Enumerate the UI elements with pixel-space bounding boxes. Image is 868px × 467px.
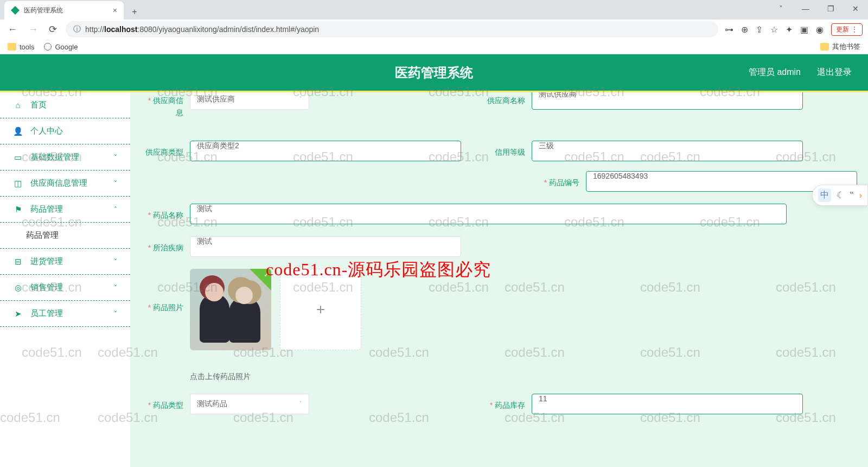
chevron-down-icon: ˅ <box>114 284 117 292</box>
supplier-info-label: 供应商信息 <box>141 92 190 119</box>
crop-icon: ◫ <box>13 179 23 188</box>
browser-tab[interactable]: 医药管理系统 × <box>4 1 124 20</box>
bookmark-other[interactable]: 其他书签 <box>820 42 860 52</box>
expand-icon[interactable]: › <box>859 191 862 200</box>
credit-label: 信用等级 <box>483 141 532 158</box>
stock-label: 药品库存 <box>483 394 532 411</box>
inbox-icon: ⊟ <box>13 257 23 267</box>
globe-icon <box>44 43 52 51</box>
quote-icon[interactable]: ‟ <box>850 190 854 200</box>
share-icon[interactable]: ⇪ <box>756 24 763 35</box>
sidepanel-icon[interactable]: ▣ <box>800 24 808 35</box>
chevron-down-icon: ˅ <box>114 258 117 266</box>
window-maximize-icon[interactable]: ❐ <box>818 0 843 17</box>
chevron-down-icon: ˅ <box>114 154 117 161</box>
credit-input[interactable]: 三级 <box>532 141 803 161</box>
window-minimize-icon[interactable]: — <box>793 0 818 17</box>
disease-input[interactable]: 测试 <box>190 236 461 257</box>
chrome-actions: ⊶ ⊕ ⇪ ☆ ✦ ▣ ◉ 更新 ⋮ <box>725 23 863 36</box>
chevron-down-icon: ˅ <box>299 96 302 103</box>
bookmark-bar: tools Google 其他书签 <box>0 39 868 54</box>
ime-toolbar[interactable]: 中 ☾ ‟ › <box>812 185 868 206</box>
flag-icon: ⚑ <box>13 205 23 214</box>
supplier-name-input[interactable]: 测试供应商 <box>532 92 803 110</box>
send-icon: ➤ <box>13 309 23 319</box>
user-icon: 👤 <box>13 127 23 136</box>
app-title: 医药管理系统 <box>395 64 473 81</box>
chevron-down-icon: ˅ <box>299 400 302 408</box>
reload-icon[interactable]: ⟳ <box>47 23 59 35</box>
name-label: 药品名称 <box>141 204 190 221</box>
address-bar: ← → ⟳ ⓘ http://localhost:8080/yiyaoguanl… <box>0 20 868 39</box>
supplier-info-select[interactable]: 测试供应商 ˅ <box>190 92 309 110</box>
monitor-icon: ▭ <box>13 153 23 162</box>
url-text: http://localhost:8080/yiyaoguanlixitong/… <box>85 25 319 34</box>
extensions-icon[interactable]: ✦ <box>786 24 793 35</box>
info-icon[interactable]: ⓘ <box>73 24 81 34</box>
update-button[interactable]: 更新 ⋮ <box>831 23 863 36</box>
home-icon: ⌂ <box>13 100 23 110</box>
disease-label: 所治疾病 <box>141 236 190 254</box>
browser-chrome: ˅ — ❐ ✕ 医药管理系统 × + ← → ⟳ ⓘ http://localh… <box>0 0 868 54</box>
type-select[interactable]: 测试药品 ˅ <box>190 394 309 414</box>
forward-icon: → <box>26 24 40 35</box>
tab-title: 医药管理系统 <box>24 6 63 15</box>
window-controls: ˅ — ❐ ✕ <box>768 0 868 17</box>
bookmark-icon[interactable]: ☆ <box>770 24 778 35</box>
tab-favicon-icon <box>11 6 20 15</box>
bookmark-tools[interactable]: tools <box>8 43 34 51</box>
bookmark-google[interactable]: Google <box>44 43 78 51</box>
sidebar-item-home[interactable]: ⌂首页 <box>0 92 130 118</box>
new-tab-button[interactable]: + <box>127 4 142 20</box>
chevron-down-icon: ˅ <box>114 310 117 318</box>
folder-icon <box>820 43 829 51</box>
sidebar: ⌂首页 👤个人中心 ▭基础数据管理˅ ◫供应商信息管理˅ ⚑药品管理˄ 药品管理… <box>0 92 130 467</box>
profile-icon[interactable]: ◉ <box>816 24 824 35</box>
photo-label: 药品照片 <box>141 269 190 313</box>
key-icon[interactable]: ⊶ <box>725 24 733 35</box>
back-icon[interactable]: ← <box>5 24 20 35</box>
name-input[interactable]: 测试 <box>190 204 787 224</box>
sidebar-item-purchase[interactable]: ⊟进货管理˅ <box>0 249 130 275</box>
sidebar-item-sales[interactable]: ◎销售管理˅ <box>0 275 130 301</box>
sidebar-item-staff[interactable]: ➤员工管理˅ <box>0 301 130 327</box>
header-right: 管理员 admin 退出登录 <box>749 67 852 78</box>
tab-bar: 医药管理系统 × + <box>0 0 868 20</box>
target-icon: ◎ <box>13 283 23 293</box>
logout-button[interactable]: 退出登录 <box>817 67 852 78</box>
supplier-name-label: 供应商名称 <box>483 92 532 106</box>
chevron-down-icon: ˅ <box>114 180 117 187</box>
tab-close-icon[interactable]: × <box>113 6 117 15</box>
type-label: 药品类型 <box>141 394 190 411</box>
moon-icon[interactable]: ☾ <box>837 190 844 200</box>
chevron-up-icon: ˄ <box>114 206 117 213</box>
translate-icon[interactable]: ⊕ <box>741 24 748 35</box>
photo-thumbnail[interactable] <box>190 269 271 350</box>
window-close-icon[interactable]: ✕ <box>843 0 868 17</box>
sidebar-item-profile[interactable]: 👤个人中心 <box>0 118 130 144</box>
app-header: 医药管理系统 管理员 admin 退出登录 <box>0 54 868 92</box>
red-banner: code51.cn-源码乐园盗图必究 <box>266 258 491 282</box>
supplier-type-label: 供应商类型 <box>141 141 190 158</box>
folder-icon <box>8 43 16 51</box>
url-input[interactable]: ⓘ http://localhost:8080/yiyaoguanlixiton… <box>66 21 718 37</box>
form-main: 供应商信息 测试供应商 ˅ 供应商名称 测试供应商 供应商类型 供应商类型2 信… <box>130 92 868 467</box>
user-label[interactable]: 管理员 admin <box>749 67 801 78</box>
sidebar-item-supplier[interactable]: ◫供应商信息管理˅ <box>0 171 130 197</box>
supplier-type-input[interactable]: 供应商类型2 <box>190 141 461 161</box>
stock-input[interactable]: 11 <box>532 394 803 414</box>
sidebar-subitem-medicine[interactable]: 药品管理 <box>0 223 130 249</box>
upload-hint: 点击上传药品照片 <box>190 372 361 382</box>
code-label: 药品编号 <box>537 171 586 188</box>
ime-mode-icon[interactable]: 中 <box>818 188 831 202</box>
sidebar-item-medicine[interactable]: ⚑药品管理˄ <box>0 197 130 223</box>
window-down-icon[interactable]: ˅ <box>768 0 793 17</box>
sidebar-item-basedata[interactable]: ▭基础数据管理˅ <box>0 144 130 171</box>
